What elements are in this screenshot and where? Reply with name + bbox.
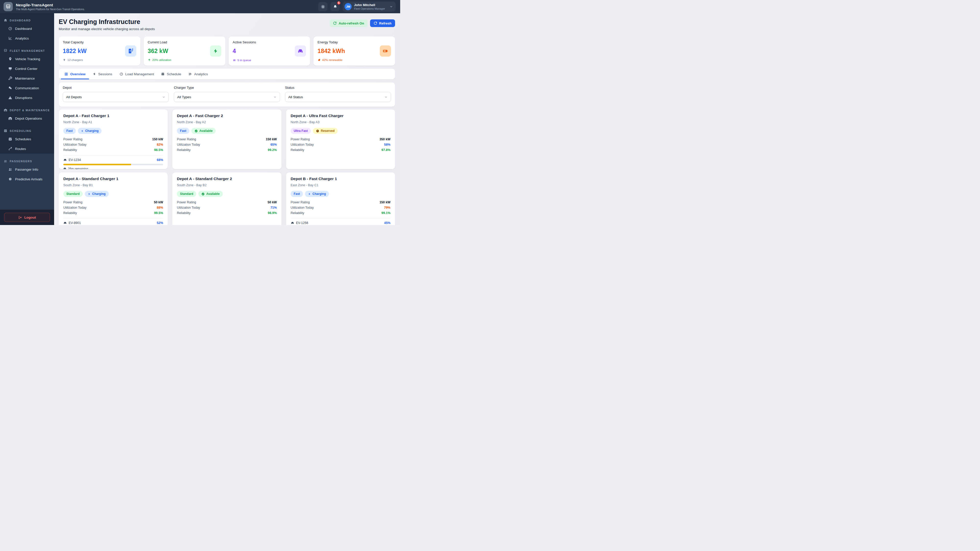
page-header: EV Charging Infrastructure Monitor and m…: [59, 18, 395, 31]
route-icon: [8, 147, 12, 151]
sidebar-item-depot-operations[interactable]: Depot Operations: [0, 114, 54, 123]
power-rating-value: 150 kW: [380, 200, 390, 204]
reliability-value: 99.1%: [382, 211, 390, 215]
stat-card-current-load: Current Load 362 kW 20% utilization: [144, 37, 225, 65]
battery-icon: [380, 45, 391, 57]
sidebar-section-depot: DEPOT & MAINTENANCE Depot Operations: [0, 103, 54, 123]
filter-charger-type: Charger Type All Types: [174, 86, 280, 102]
grid-icon: [64, 72, 68, 76]
map-pin-icon: [8, 57, 12, 61]
sidebar-section-scheduling: SCHEDULING Schedules: [0, 123, 54, 154]
sidebar-item-communication[interactable]: Communication: [0, 83, 54, 93]
notification-badge: 5: [337, 1, 341, 5]
refresh-button[interactable]: Refresh: [370, 19, 395, 27]
chevron-down-icon: [384, 95, 388, 99]
sidebar-item-disruptions[interactable]: Disruptions: [0, 93, 54, 103]
bus-icon: [3, 49, 7, 52]
users-icon: [233, 59, 236, 62]
tab-bar: Overview Sessions: [59, 68, 395, 79]
section-header-passengers: PASSENGERS: [0, 158, 54, 165]
user-role: Fleet Operations Manager: [354, 7, 385, 10]
page-subtitle: Monitor and manage electric vehicle char…: [59, 27, 155, 31]
tab-analytics[interactable]: Analytics: [185, 68, 212, 79]
status-badge: Charging: [305, 191, 329, 197]
vehicle-charge-pct: 52%: [157, 221, 163, 225]
charging-station-icon: [125, 45, 136, 57]
sidebar-item-maintenance[interactable]: Maintenance: [0, 73, 54, 83]
status-badge: Available: [191, 128, 216, 134]
calendar-icon: [161, 72, 165, 76]
charger-location: North Zone - Bay A3: [291, 121, 390, 124]
sidebar-item-passenger-info[interactable]: Passenger Info: [0, 165, 54, 174]
logout-button[interactable]: Logout: [4, 213, 50, 222]
sidebar-item-schedules[interactable]: Schedules: [0, 134, 54, 144]
car-icon: [63, 158, 67, 162]
sidebar-item-predictive-arrivals[interactable]: Predictive Arrivals: [0, 174, 54, 184]
tab-sessions[interactable]: Sessions: [89, 68, 116, 79]
type-badge: Fast: [291, 191, 303, 197]
status-badge: Charging: [85, 191, 109, 197]
status-badge: Charging: [78, 128, 102, 134]
charger-card[interactable]: Depot A - Fast Charger 1 North Zone - Ba…: [59, 110, 168, 169]
clock-icon: [316, 129, 319, 133]
utilization-value: 65%: [270, 143, 277, 146]
sidebar-item-control-center[interactable]: Control Center: [0, 64, 54, 73]
charger-card[interactable]: Depot B - Fast Charger 1 East Zone - Bay…: [286, 172, 395, 225]
gauge-icon: [8, 27, 12, 30]
charger-location: South Zone - Bay B2: [177, 183, 277, 187]
tab-overview[interactable]: Overview: [61, 68, 89, 79]
charger-grid: Depot A - Fast Charger 1 North Zone - Ba…: [59, 110, 395, 225]
type-badge: Fast: [63, 128, 76, 134]
power-rating-value: 350 kW: [380, 138, 390, 141]
utilization-value: 82%: [157, 143, 163, 146]
settings-button[interactable]: [318, 2, 328, 11]
page-title: EV Charging Infrastructure: [59, 18, 155, 25]
warning-triangle-icon: [8, 96, 12, 100]
status-badge: Reserved: [313, 128, 338, 134]
users-icon: [3, 159, 7, 163]
time-remaining: 25m remaining: [68, 167, 88, 169]
charger-card[interactable]: Depot A - Ultra Fast Charger North Zone …: [286, 110, 395, 169]
charger-location: North Zone - Bay A1: [63, 121, 163, 124]
charger-card[interactable]: Depot A - Standard Charger 2 South Zone …: [172, 172, 281, 225]
tab-schedule[interactable]: Schedule: [158, 68, 185, 79]
charger-card[interactable]: Depot A - Standard Charger 1 South Zone …: [59, 172, 168, 225]
auto-refresh-toggle[interactable]: Auto-refresh On: [330, 19, 368, 27]
charger-card[interactable]: Depot A - Fast Charger 2 North Zone - Ba…: [172, 110, 281, 169]
charger-location: East Zone - Bay C1: [291, 183, 390, 187]
chevron-down-icon: [390, 5, 393, 8]
filter-panel: Depot All Depots Charger Type All Types: [59, 83, 395, 106]
sidebar-item-analytics[interactable]: Analytics: [0, 33, 54, 43]
section-header-dashboard: DASHBOARD: [0, 17, 54, 24]
charger-location: South Zone - Bay B1: [63, 183, 163, 187]
power-rating-value: 150 kW: [266, 138, 277, 141]
stat-card-energy-today: Energy Today 1842 kWh 42% renewable: [313, 37, 395, 65]
reliability-value: 98.5%: [154, 148, 163, 152]
user-menu[interactable]: JM John Mitchell Fleet Operations Manage…: [343, 2, 396, 12]
refresh-icon: [374, 21, 377, 25]
bolt-icon: [88, 192, 91, 195]
sidebar-section-dashboard: DASHBOARD Dashboard: [0, 13, 54, 43]
vehicle-charge-pct: 68%: [157, 158, 163, 162]
bolt-icon: [308, 192, 311, 195]
bus-icon: [5, 4, 11, 10]
sidebar: DASHBOARD Dashboard: [0, 13, 54, 225]
line-chart-icon: [8, 36, 12, 40]
vehicle-id: EV-8901: [68, 221, 81, 225]
section-header-fleet: FLEET MANAGEMENT: [0, 47, 54, 54]
app-title: Nexgile-TransAgent: [16, 3, 85, 7]
utilization-value: 58%: [384, 143, 390, 146]
warehouse-icon: [8, 116, 12, 121]
status-select[interactable]: All Status: [285, 92, 391, 102]
sidebar-item-vehicle-tracking[interactable]: Vehicle Tracking: [0, 54, 54, 64]
sidebar-item-routes[interactable]: Routes: [0, 144, 54, 154]
reliability-value: 98.9%: [268, 211, 277, 215]
sidebar-item-dashboard[interactable]: Dashboard: [0, 24, 54, 33]
tab-load-management[interactable]: Load Management: [116, 68, 158, 79]
charger-type-select[interactable]: All Types: [174, 92, 280, 102]
type-badge: Standard: [177, 191, 196, 197]
depot-select[interactable]: All Depots: [63, 92, 169, 102]
vehicle-id: EV-1234: [68, 158, 81, 162]
notifications-button[interactable]: 5: [331, 2, 340, 11]
car-icon: [63, 221, 67, 225]
